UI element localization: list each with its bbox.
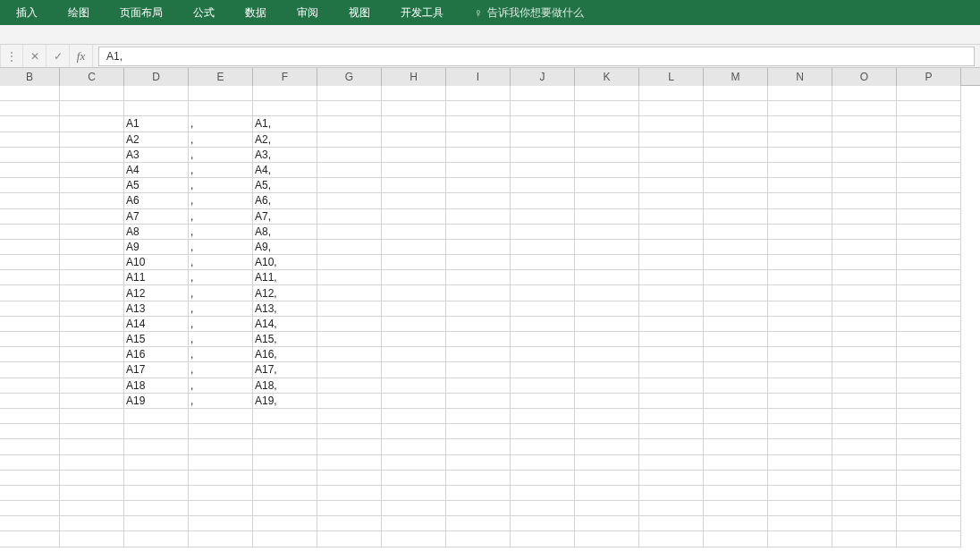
cell[interactable]: , — [189, 225, 253, 240]
cell[interactable] — [124, 409, 189, 424]
cell[interactable] — [897, 116, 961, 132]
cell[interactable] — [189, 531, 253, 547]
column-header-P[interactable]: P — [897, 68, 961, 86]
cell[interactable] — [768, 516, 832, 531]
cell[interactable] — [60, 209, 124, 225]
cell[interactable] — [0, 455, 60, 471]
tab-formulas[interactable]: 公式 — [186, 1, 222, 25]
cell[interactable] — [317, 209, 382, 225]
cell[interactable]: A16 — [124, 347, 189, 362]
cell[interactable] — [575, 193, 639, 208]
cell[interactable] — [124, 501, 189, 516]
cell[interactable] — [446, 516, 511, 531]
cell[interactable] — [60, 516, 124, 531]
column-header-L[interactable]: L — [639, 68, 704, 86]
cell[interactable] — [124, 486, 189, 501]
cell[interactable] — [382, 101, 446, 116]
cell[interactable] — [832, 347, 897, 362]
cell[interactable] — [704, 116, 768, 132]
cell[interactable] — [253, 486, 317, 501]
cell[interactable] — [768, 101, 832, 116]
cell[interactable] — [382, 516, 446, 531]
cell[interactable]: , — [189, 148, 253, 163]
cell[interactable] — [704, 501, 768, 516]
cell[interactable] — [897, 148, 961, 163]
cell[interactable] — [0, 394, 60, 409]
cell[interactable] — [0, 362, 60, 378]
cell[interactable] — [575, 301, 639, 317]
cell[interactable]: , — [189, 132, 253, 148]
cell[interactable] — [832, 240, 897, 255]
formula-input[interactable]: A1, — [98, 47, 975, 66]
cell[interactable] — [317, 409, 382, 424]
cell[interactable] — [0, 378, 60, 394]
cell[interactable] — [189, 471, 253, 486]
cell[interactable] — [832, 209, 897, 225]
cell[interactable] — [446, 471, 511, 486]
cell[interactable] — [639, 531, 704, 547]
cell[interactable] — [317, 516, 382, 531]
cell[interactable] — [704, 409, 768, 424]
cell[interactable] — [639, 101, 704, 116]
cell[interactable] — [832, 394, 897, 409]
cell[interactable]: , — [189, 209, 253, 225]
cell[interactable] — [511, 193, 575, 208]
cell[interactable] — [511, 394, 575, 409]
cell[interactable] — [60, 240, 124, 255]
cell[interactable] — [768, 178, 832, 193]
cell[interactable] — [575, 531, 639, 547]
cell[interactable] — [575, 455, 639, 471]
cell[interactable] — [511, 347, 575, 362]
cell[interactable] — [189, 501, 253, 516]
cell[interactable] — [897, 455, 961, 471]
cell[interactable] — [382, 285, 446, 301]
cell[interactable] — [575, 378, 639, 394]
cell[interactable] — [0, 285, 60, 301]
cell[interactable] — [639, 225, 704, 240]
formula-dots-icon[interactable]: ⋮ — [0, 45, 23, 67]
cell[interactable] — [0, 101, 60, 116]
cell[interactable] — [768, 439, 832, 454]
cell[interactable] — [511, 424, 575, 439]
cell[interactable] — [446, 394, 511, 409]
column-header-I[interactable]: I — [446, 68, 511, 86]
cell[interactable] — [317, 285, 382, 301]
cell[interactable] — [832, 501, 897, 516]
cell[interactable] — [639, 424, 704, 439]
cell[interactable] — [704, 424, 768, 439]
cell[interactable] — [382, 439, 446, 454]
cell[interactable] — [124, 101, 189, 116]
cell[interactable] — [639, 439, 704, 454]
cell[interactable] — [446, 225, 511, 240]
cell[interactable]: A3, — [253, 148, 317, 163]
cell[interactable] — [317, 255, 382, 270]
cell[interactable] — [511, 132, 575, 148]
cell[interactable] — [0, 132, 60, 148]
cell[interactable] — [317, 86, 382, 101]
cell[interactable] — [897, 409, 961, 424]
cell[interactable] — [639, 163, 704, 178]
cell[interactable] — [511, 362, 575, 378]
cell[interactable] — [704, 516, 768, 531]
cell[interactable] — [897, 101, 961, 116]
cell[interactable] — [575, 148, 639, 163]
cell[interactable] — [639, 240, 704, 255]
cell[interactable] — [511, 86, 575, 101]
cell[interactable] — [511, 501, 575, 516]
cell[interactable] — [0, 531, 60, 547]
cell[interactable] — [446, 347, 511, 362]
cell[interactable] — [0, 116, 60, 132]
cell[interactable] — [575, 409, 639, 424]
cell[interactable]: A6, — [253, 193, 317, 208]
cell[interactable] — [768, 424, 832, 439]
cell[interactable]: A14, — [253, 317, 317, 332]
cell[interactable] — [446, 255, 511, 270]
cell[interactable] — [511, 163, 575, 178]
cell[interactable] — [897, 86, 961, 101]
cell[interactable] — [0, 516, 60, 531]
cell[interactable] — [639, 378, 704, 394]
cell[interactable] — [639, 332, 704, 347]
cell[interactable]: A1, — [253, 116, 317, 132]
cell[interactable] — [317, 439, 382, 454]
cell[interactable] — [124, 455, 189, 471]
